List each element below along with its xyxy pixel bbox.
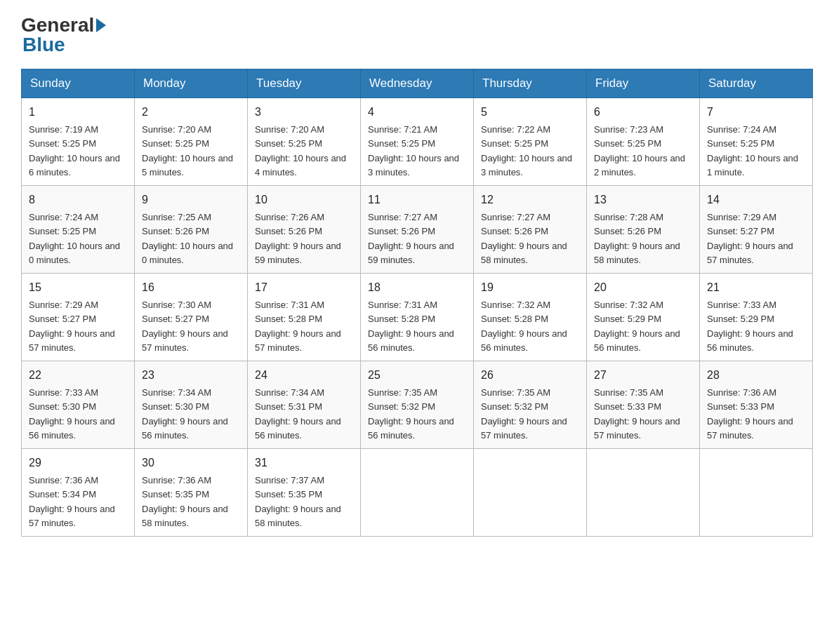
calendar-cell: 29 Sunrise: 7:36 AMSunset: 5:34 PMDaylig… <box>22 449 135 537</box>
day-number: 6 <box>594 104 692 121</box>
day-number: 7 <box>707 104 805 121</box>
day-info: Sunrise: 7:32 AMSunset: 5:28 PMDaylight:… <box>481 300 567 353</box>
day-info: Sunrise: 7:28 AMSunset: 5:26 PMDaylight:… <box>594 212 680 265</box>
calendar-cell: 7 Sunrise: 7:24 AMSunset: 5:25 PMDayligh… <box>700 98 813 186</box>
calendar-cell: 14 Sunrise: 7:29 AMSunset: 5:27 PMDaylig… <box>700 186 813 274</box>
day-info: Sunrise: 7:30 AMSunset: 5:27 PMDaylight:… <box>142 300 228 353</box>
weekday-header-wednesday: Wednesday <box>361 69 474 98</box>
day-number: 3 <box>255 104 353 121</box>
day-number: 20 <box>594 279 692 296</box>
day-info: Sunrise: 7:19 AMSunset: 5:25 PMDaylight:… <box>29 124 120 177</box>
day-info: Sunrise: 7:36 AMSunset: 5:33 PMDaylight:… <box>707 387 793 441</box>
calendar-cell: 23 Sunrise: 7:34 AMSunset: 5:30 PMDaylig… <box>135 361 248 449</box>
day-info: Sunrise: 7:31 AMSunset: 5:28 PMDaylight:… <box>255 300 341 353</box>
calendar-cell <box>361 449 474 537</box>
day-number: 25 <box>368 367 466 384</box>
day-info: Sunrise: 7:25 AMSunset: 5:26 PMDaylight:… <box>142 212 233 265</box>
calendar-cell: 10 Sunrise: 7:26 AMSunset: 5:26 PMDaylig… <box>248 186 361 274</box>
day-number: 30 <box>142 455 240 471</box>
day-number: 19 <box>481 279 579 296</box>
day-number: 16 <box>142 279 240 296</box>
calendar-cell: 12 Sunrise: 7:27 AMSunset: 5:26 PMDaylig… <box>474 186 587 274</box>
weekday-header-thursday: Thursday <box>474 69 587 98</box>
calendar-cell: 21 Sunrise: 7:33 AMSunset: 5:29 PMDaylig… <box>700 274 813 361</box>
weekday-header-sunday: Sunday <box>22 69 135 98</box>
day-info: Sunrise: 7:23 AMSunset: 5:25 PMDaylight:… <box>594 124 685 177</box>
calendar-cell: 17 Sunrise: 7:31 AMSunset: 5:28 PMDaylig… <box>248 274 361 361</box>
calendar-cell: 22 Sunrise: 7:33 AMSunset: 5:30 PMDaylig… <box>22 361 135 449</box>
calendar-cell <box>474 449 587 537</box>
day-number: 27 <box>594 367 692 384</box>
calendar-cell: 19 Sunrise: 7:32 AMSunset: 5:28 PMDaylig… <box>474 274 587 361</box>
day-number: 10 <box>255 192 353 208</box>
day-info: Sunrise: 7:20 AMSunset: 5:25 PMDaylight:… <box>142 124 233 177</box>
calendar-cell: 4 Sunrise: 7:21 AMSunset: 5:25 PMDayligh… <box>361 98 474 186</box>
calendar-cell: 9 Sunrise: 7:25 AMSunset: 5:26 PMDayligh… <box>135 186 248 274</box>
day-number: 28 <box>707 367 805 384</box>
calendar-week-3: 15 Sunrise: 7:29 AMSunset: 5:27 PMDaylig… <box>22 274 813 361</box>
day-number: 29 <box>29 455 127 471</box>
calendar-week-4: 22 Sunrise: 7:33 AMSunset: 5:30 PMDaylig… <box>22 361 813 449</box>
day-number: 12 <box>481 192 579 208</box>
day-number: 11 <box>368 192 466 208</box>
day-info: Sunrise: 7:32 AMSunset: 5:29 PMDaylight:… <box>594 300 680 353</box>
calendar-cell: 30 Sunrise: 7:36 AMSunset: 5:35 PMDaylig… <box>135 449 248 537</box>
day-info: Sunrise: 7:21 AMSunset: 5:25 PMDaylight:… <box>368 124 459 177</box>
weekday-header-saturday: Saturday <box>700 69 813 98</box>
day-info: Sunrise: 7:22 AMSunset: 5:25 PMDaylight:… <box>481 124 572 177</box>
day-number: 23 <box>142 367 240 384</box>
day-info: Sunrise: 7:33 AMSunset: 5:30 PMDaylight:… <box>29 387 115 441</box>
weekday-header-monday: Monday <box>135 69 248 98</box>
calendar-cell: 18 Sunrise: 7:31 AMSunset: 5:28 PMDaylig… <box>361 274 474 361</box>
day-info: Sunrise: 7:24 AMSunset: 5:25 PMDaylight:… <box>29 212 120 265</box>
calendar-cell: 5 Sunrise: 7:22 AMSunset: 5:25 PMDayligh… <box>474 98 587 186</box>
day-number: 13 <box>594 192 692 208</box>
calendar-cell: 8 Sunrise: 7:24 AMSunset: 5:25 PMDayligh… <box>22 186 135 274</box>
day-number: 2 <box>142 104 240 121</box>
day-info: Sunrise: 7:37 AMSunset: 5:35 PMDaylight:… <box>255 475 341 528</box>
day-number: 24 <box>255 367 353 384</box>
calendar-cell: 24 Sunrise: 7:34 AMSunset: 5:31 PMDaylig… <box>248 361 361 449</box>
calendar-cell: 15 Sunrise: 7:29 AMSunset: 5:27 PMDaylig… <box>22 274 135 361</box>
day-info: Sunrise: 7:29 AMSunset: 5:27 PMDaylight:… <box>707 212 793 265</box>
calendar-week-1: 1 Sunrise: 7:19 AMSunset: 5:25 PMDayligh… <box>22 98 813 186</box>
calendar-cell: 1 Sunrise: 7:19 AMSunset: 5:25 PMDayligh… <box>22 98 135 186</box>
day-number: 8 <box>29 192 127 208</box>
day-number: 1 <box>29 104 127 121</box>
calendar-table: SundayMondayTuesdayWednesdayThursdayFrid… <box>21 69 813 537</box>
day-number: 26 <box>481 367 579 384</box>
day-info: Sunrise: 7:35 AMSunset: 5:32 PMDaylight:… <box>481 387 567 441</box>
day-info: Sunrise: 7:35 AMSunset: 5:32 PMDaylight:… <box>368 387 454 441</box>
day-number: 5 <box>481 104 579 121</box>
calendar-week-2: 8 Sunrise: 7:24 AMSunset: 5:25 PMDayligh… <box>22 186 813 274</box>
logo: General Blue <box>21 14 108 56</box>
calendar-cell: 27 Sunrise: 7:35 AMSunset: 5:33 PMDaylig… <box>587 361 700 449</box>
calendar-cell: 20 Sunrise: 7:32 AMSunset: 5:29 PMDaylig… <box>587 274 700 361</box>
page-header: General Blue <box>21 14 813 56</box>
weekday-header-row: SundayMondayTuesdayWednesdayThursdayFrid… <box>22 69 813 98</box>
calendar-cell: 6 Sunrise: 7:23 AMSunset: 5:25 PMDayligh… <box>587 98 700 186</box>
day-info: Sunrise: 7:34 AMSunset: 5:31 PMDaylight:… <box>255 387 341 441</box>
day-number: 17 <box>255 279 353 296</box>
calendar-cell: 16 Sunrise: 7:30 AMSunset: 5:27 PMDaylig… <box>135 274 248 361</box>
day-info: Sunrise: 7:34 AMSunset: 5:30 PMDaylight:… <box>142 387 228 441</box>
logo-blue-text: Blue <box>22 34 65 55</box>
calendar-cell: 25 Sunrise: 7:35 AMSunset: 5:32 PMDaylig… <box>361 361 474 449</box>
day-info: Sunrise: 7:35 AMSunset: 5:33 PMDaylight:… <box>594 387 680 441</box>
weekday-header-friday: Friday <box>587 69 700 98</box>
day-number: 4 <box>368 104 466 121</box>
calendar-cell <box>587 449 700 537</box>
day-info: Sunrise: 7:24 AMSunset: 5:25 PMDaylight:… <box>707 124 798 177</box>
day-info: Sunrise: 7:27 AMSunset: 5:26 PMDaylight:… <box>368 212 454 265</box>
calendar-week-5: 29 Sunrise: 7:36 AMSunset: 5:34 PMDaylig… <box>22 449 813 537</box>
calendar-cell: 11 Sunrise: 7:27 AMSunset: 5:26 PMDaylig… <box>361 186 474 274</box>
calendar-cell: 28 Sunrise: 7:36 AMSunset: 5:33 PMDaylig… <box>700 361 813 449</box>
calendar-cell: 2 Sunrise: 7:20 AMSunset: 5:25 PMDayligh… <box>135 98 248 186</box>
day-info: Sunrise: 7:36 AMSunset: 5:34 PMDaylight:… <box>29 475 115 528</box>
day-info: Sunrise: 7:27 AMSunset: 5:26 PMDaylight:… <box>481 212 567 265</box>
day-number: 9 <box>142 192 240 208</box>
calendar-cell <box>700 449 813 537</box>
day-info: Sunrise: 7:33 AMSunset: 5:29 PMDaylight:… <box>707 300 793 353</box>
day-number: 14 <box>707 192 805 208</box>
day-info: Sunrise: 7:20 AMSunset: 5:25 PMDaylight:… <box>255 124 346 177</box>
